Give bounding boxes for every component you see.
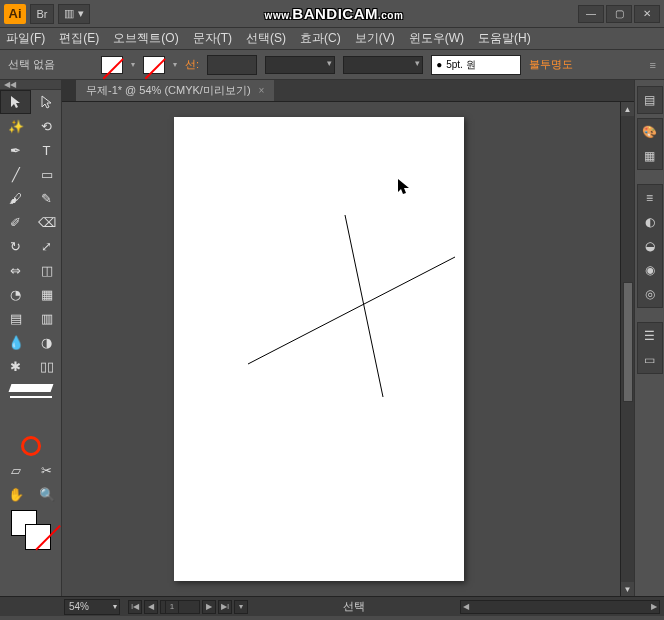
stroke-preview [0, 378, 61, 434]
canvas[interactable]: ▲ ▼ [62, 102, 634, 596]
nav-menu[interactable]: ▾ [234, 600, 248, 614]
menu-file[interactable]: 파일(F) [6, 30, 45, 47]
brush-preset[interactable]: ● 5pt. 원 [431, 55, 521, 75]
scroll-thumb[interactable] [623, 282, 633, 402]
stroke-weight-input[interactable] [207, 55, 257, 75]
artboard-number[interactable]: 1 [160, 600, 200, 614]
stroke-preview-thin [10, 396, 52, 398]
line-tool[interactable]: ╱ [0, 162, 31, 186]
eyedropper-tool[interactable]: 💧 [0, 330, 31, 354]
slice-tool[interactable]: ✂ [31, 458, 62, 482]
panel-artboards-icon[interactable]: ▭ [641, 351, 659, 369]
vertical-scrollbar[interactable]: ▲ ▼ [620, 102, 634, 596]
symbol-sprayer-tool[interactable]: ✱ [0, 354, 31, 378]
width-tool[interactable]: ⇔ [0, 258, 31, 282]
zoom-select[interactable]: 54% [64, 599, 120, 615]
variable-width-profile[interactable] [265, 56, 335, 74]
free-transform-tool[interactable]: ◫ [31, 258, 62, 282]
panel-properties-icon[interactable]: ▤ [641, 91, 659, 109]
rotate-tool[interactable]: ↻ [0, 234, 31, 258]
document-area: 무제-1* @ 54% (CMYK/미리보기) × ▲ ▼ [62, 80, 634, 596]
column-graph-tool[interactable]: ▯▯ [31, 354, 62, 378]
status-center: 선택 [248, 599, 460, 614]
rectangle-tool[interactable]: ▭ [31, 162, 62, 186]
fill-swatch[interactable] [101, 56, 123, 74]
cursor-icon [397, 178, 411, 200]
zoom-value: 54% [69, 601, 89, 612]
document-tab-close[interactable]: × [259, 85, 265, 96]
stroke-color-box[interactable] [25, 524, 51, 550]
menu-text[interactable]: 문자(T) [193, 30, 232, 47]
panel-gradient-icon[interactable]: ◐ [641, 213, 659, 231]
watermark: www.BANDICAM.com [90, 5, 578, 22]
maximize-button[interactable]: ▢ [606, 5, 632, 23]
panel-swatches-icon[interactable]: ▦ [641, 147, 659, 165]
menu-help[interactable]: 도움말(H) [478, 30, 531, 47]
mesh-tool[interactable]: ▤ [0, 306, 31, 330]
scroll-up-arrow[interactable]: ▲ [621, 102, 634, 116]
zoom-tool[interactable]: 🔍 [31, 482, 62, 506]
panel-transparency-icon[interactable]: ◒ [641, 237, 659, 255]
hand-tool[interactable]: ✋ [0, 482, 31, 506]
panel-layers-icon[interactable]: ☰ [641, 327, 659, 345]
magic-wand-tool[interactable]: ✨ [0, 114, 31, 138]
perspective-grid-tool[interactable]: ▦ [31, 282, 62, 306]
eraser-tool[interactable]: ⌫ [31, 210, 62, 234]
stroke-preview-thick [8, 384, 53, 392]
type-tool[interactable]: T [31, 138, 62, 162]
horizontal-scrollbar[interactable]: ◀▶ [460, 600, 660, 614]
direct-selection-tool[interactable] [31, 90, 62, 114]
bridge-button[interactable]: Br [30, 4, 54, 24]
nav-prev[interactable]: ◀ [144, 600, 158, 614]
panel-color-icon[interactable]: 🎨 [641, 123, 659, 141]
color-preview-circle [21, 436, 41, 456]
fill-stroke-control[interactable] [11, 510, 51, 550]
brush-preset-label: 5pt. 원 [446, 58, 475, 72]
scale-tool[interactable]: ⤢ [31, 234, 62, 258]
stroke-swatch[interactable] [143, 56, 165, 74]
right-panels: ▤ 🎨 ▦ ≡ ◐ ◒ ◉ ◎ ☰ ▭ [634, 80, 664, 596]
blend-tool[interactable]: ◑ [31, 330, 62, 354]
menu-select[interactable]: 선택(S) [246, 30, 286, 47]
pen-tool[interactable]: ✒ [0, 138, 31, 162]
svg-line-0 [345, 215, 383, 397]
arrange-documents-button[interactable]: ▥ ▾ [58, 4, 90, 24]
nav-first[interactable]: I◀ [128, 600, 142, 614]
menu-edit[interactable]: 편집(E) [59, 30, 99, 47]
minimize-button[interactable]: — [578, 5, 604, 23]
fill-dropdown-icon[interactable]: ▾ [131, 60, 135, 69]
menu-bar: 파일(F) 편집(E) 오브젝트(O) 문자(T) 선택(S) 효과(C) 보기… [0, 28, 664, 50]
status-bar: 54% I◀ ◀ 1 ▶ ▶I ▾ 선택 ◀▶ [0, 596, 664, 616]
selection-tool[interactable] [0, 90, 31, 114]
pencil-tool[interactable]: ✎ [31, 186, 62, 210]
menu-window[interactable]: 윈도우(W) [409, 30, 464, 47]
menu-object[interactable]: 오브젝트(O) [113, 30, 178, 47]
document-tab-title: 무제-1* @ 54% (CMYK/미리보기) [86, 83, 251, 98]
lasso-tool[interactable]: ⟲ [31, 114, 62, 138]
panel-stroke-icon[interactable]: ≡ [641, 189, 659, 207]
artboard-tool[interactable]: ▱ [0, 458, 31, 482]
panel-graphic-styles-icon[interactable]: ◎ [641, 285, 659, 303]
menu-view[interactable]: 보기(V) [355, 30, 395, 47]
paintbrush-tool[interactable]: 🖌 [0, 186, 31, 210]
shape-builder-tool[interactable]: ◔ [0, 282, 31, 306]
nav-next[interactable]: ▶ [202, 600, 216, 614]
blob-brush-tool[interactable]: ✐ [0, 210, 31, 234]
stroke-dropdown-icon[interactable]: ▾ [173, 60, 177, 69]
menu-effect[interactable]: 효과(C) [300, 30, 341, 47]
artboard-number-value: 1 [165, 600, 179, 614]
scroll-down-arrow[interactable]: ▼ [621, 582, 634, 596]
selection-status: 선택 없음 [8, 57, 55, 72]
tools-panel: ◀◀ ✨ ⟲ ✒ T ╱ ▭ 🖌 ✎ ✐ ⌫ ↻ ⤢ ⇔ ◫ ◔ ▦ ▤ ▥ 💧… [0, 80, 62, 596]
document-tab[interactable]: 무제-1* @ 54% (CMYK/미리보기) × [76, 80, 274, 101]
gradient-tool[interactable]: ▥ [31, 306, 62, 330]
nav-last[interactable]: ▶I [218, 600, 232, 614]
tools-panel-grip[interactable]: ◀◀ [0, 80, 61, 90]
brush-definition[interactable] [343, 56, 423, 74]
watermark-suffix: .com [378, 10, 403, 21]
close-button[interactable]: ✕ [634, 5, 660, 23]
opacity-label: 불투명도 [529, 57, 573, 72]
panel-appearance-icon[interactable]: ◉ [641, 261, 659, 279]
tab-grip[interactable] [62, 80, 76, 101]
control-bar-menu-icon[interactable]: ≡ [650, 59, 656, 71]
